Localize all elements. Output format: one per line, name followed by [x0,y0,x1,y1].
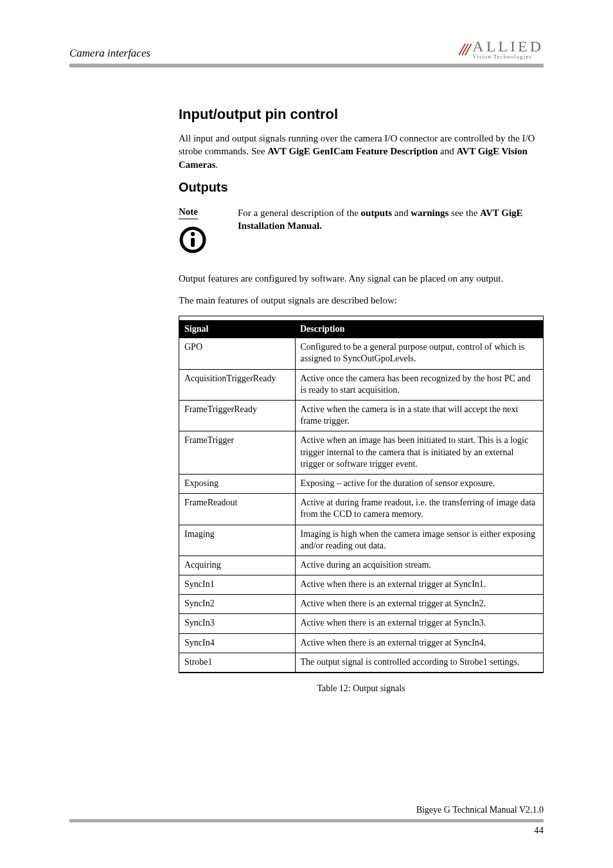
cell-signal: SyncIn2 [179,595,295,614]
table-row: ImagingImaging is high when the camera i… [179,525,543,556]
note-label: Note [179,206,198,219]
signals-table: Signal Description GPOConfigured to be a… [179,320,543,673]
table-row: FrameTriggerActive when an image has bee… [179,431,543,475]
col-description: Description [295,320,543,338]
page-number: 44 [69,825,544,836]
svg-point-1 [191,232,195,236]
heading-1: Input/output pin control [179,106,544,123]
table-row: AcquisitionTriggerReadyActive once the c… [179,369,543,400]
cell-description: Active when the camera is in a state tha… [295,401,543,431]
table-row: FrameTriggerReadyActive when the camera … [179,401,543,431]
cell-signal: AcquisitionTriggerReady [179,369,295,400]
cell-description: Exposing – active for the duration of se… [295,474,543,493]
table-row: SyncIn3Active when there is an external … [179,614,543,633]
table-row: Strobe1The output signal is controlled a… [179,653,543,672]
table-row: SyncIn2Active when there is an external … [179,595,543,614]
col-signal: Signal [179,320,295,338]
heading-2: Outputs [179,180,544,195]
logo-sub: Vision Technologies [472,54,544,60]
page: Camera interfaces /// ALLIED Vision Tech… [0,0,613,868]
cell-description: Active when an image has been initiated … [295,431,543,475]
signals-table-wrap: Signal Description GPOConfigured to be a… [179,316,544,673]
brand-logo: /// ALLIED Vision Technologies [459,39,544,60]
svg-rect-2 [191,238,195,247]
cell-signal: Acquiring [179,556,295,575]
table-row: ExposingExposing – active for the durati… [179,474,543,493]
cell-description: Active once the camera has been recogniz… [295,369,543,400]
section-title: Camera interfaces [69,47,150,60]
cell-signal: Strobe1 [179,653,295,672]
logo-slashes-icon: /// [459,39,468,60]
note-left: Note [179,206,207,254]
note-text: For a general description of the outputs… [238,206,544,233]
note-block: Note For a general description of the ou… [179,206,544,254]
post-note-1: Output features are configured by softwa… [179,272,544,285]
logo-text: ALLIED Vision Technologies [472,39,544,60]
table-row: SyncIn4Active when there is an external … [179,633,543,653]
cell-description: Active when there is an external trigger… [295,614,543,633]
footer-rule [69,819,544,822]
info-icon [179,226,207,254]
table-row: FrameReadoutActive at during frame reado… [179,494,543,525]
cell-description: Active when there is an external trigger… [295,633,543,653]
post-note-2: The main features of output signals are … [179,294,544,307]
cell-signal: Exposing [179,474,295,493]
table-row: GPOConfigured to be a general purpose ou… [179,338,543,369]
header-rule [69,64,544,68]
cell-description: Active at during frame readout, i.e. the… [295,494,543,525]
cell-description: Active when there is an external trigger… [295,575,543,595]
table-caption: Table 12: Output signals [179,683,544,694]
cell-signal: SyncIn3 [179,614,295,633]
cell-description: The output signal is controlled accordin… [295,653,543,672]
cell-description: Configured to be a general purpose outpu… [295,338,543,369]
cell-signal: SyncIn4 [179,633,295,653]
cell-signal: FrameTrigger [179,431,295,475]
page-footer: Bigeye G Technical Manual V2.1.0 44 [69,805,544,836]
table-body: GPOConfigured to be a general purpose ou… [179,338,543,672]
cell-signal: FrameReadout [179,494,295,525]
table-row: AcquiringActive during an acquisition st… [179,556,543,575]
logo-main: ALLIED [472,39,544,54]
cell-signal: SyncIn1 [179,575,295,595]
page-header: Camera interfaces /// ALLIED Vision Tech… [69,39,544,60]
cell-description: Active during an acquisition stream. [295,556,543,575]
cell-signal: Imaging [179,525,295,556]
cell-signal: GPO [179,338,295,369]
table-row: SyncIn1Active when there is an external … [179,575,543,595]
footer-doc: Bigeye G Technical Manual V2.1.0 [69,805,544,815]
cell-description: Active when there is an external trigger… [295,595,543,614]
intro-paragraph: All input and output signals running ove… [179,132,544,171]
cell-signal: FrameTriggerReady [179,401,295,431]
cell-description: Imaging is high when the camera image se… [295,525,543,556]
content-area: Input/output pin control All input and o… [179,106,544,694]
table-header-row: Signal Description [179,320,543,338]
